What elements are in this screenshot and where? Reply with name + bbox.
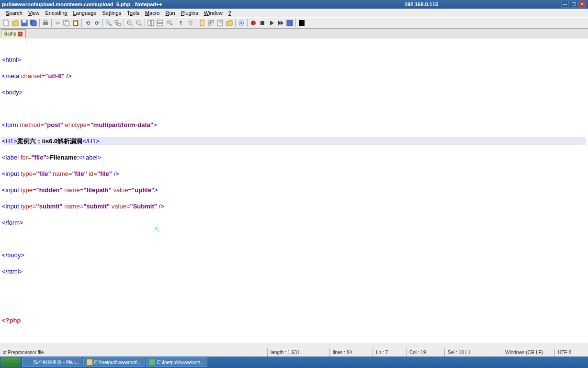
copy-icon[interactable] xyxy=(62,19,71,27)
code-line xyxy=(2,104,586,113)
svg-line-14 xyxy=(131,24,133,26)
code-line xyxy=(2,235,586,243)
save-macro-icon[interactable] xyxy=(285,19,294,27)
menu-plugins[interactable]: Plugins xyxy=(178,10,201,16)
menubar: Search View Encoding Language Settings T… xyxy=(0,9,588,17)
svg-rect-8 xyxy=(65,21,69,26)
svg-rect-11 xyxy=(115,21,118,23)
menu-search[interactable]: Search xyxy=(3,10,25,16)
svg-rect-5 xyxy=(43,22,48,25)
code-line: <html> xyxy=(2,56,586,64)
code-line: </body> xyxy=(2,251,586,259)
tab-label: 6.php xyxy=(4,31,16,36)
zoom-in-icon[interactable]: + xyxy=(125,19,134,27)
svg-point-34 xyxy=(240,22,242,24)
record-macro-icon[interactable] xyxy=(249,19,258,27)
open-file-icon[interactable] xyxy=(11,19,20,27)
svg-rect-4 xyxy=(32,21,36,26)
svg-text:-: - xyxy=(137,21,138,24)
statusbar: xt Preprocessor file length : 1,631 line… xyxy=(0,348,588,356)
undo-icon[interactable]: ⟲ xyxy=(83,19,92,27)
doc-map-icon[interactable] xyxy=(198,19,206,27)
paste-icon[interactable] xyxy=(71,19,80,27)
taskbar-item[interactable]: C:\Inetpub\wwwroot\... xyxy=(146,357,208,367)
menu-run[interactable]: Run xyxy=(162,10,178,16)
zoom-out-icon[interactable]: - xyxy=(135,19,143,27)
code-editor[interactable]: <html> <meta charset="utf-8" /> <body> <… xyxy=(0,38,588,343)
code-line: <input type="file" name="file" id="file"… xyxy=(2,170,586,178)
menu-settings[interactable]: Settings xyxy=(99,10,124,16)
menu-help[interactable]: ? xyxy=(226,10,234,16)
maximize-button[interactable]: ❐ xyxy=(570,1,577,8)
code-line: </form> xyxy=(2,218,586,227)
code-line: </html> xyxy=(2,267,586,276)
find-icon[interactable]: 🔍 xyxy=(104,19,113,27)
show-all-chars-icon[interactable]: ¶ xyxy=(177,19,185,27)
save-all-icon[interactable] xyxy=(29,19,38,27)
start-button[interactable] xyxy=(1,357,20,367)
svg-rect-21 xyxy=(157,20,163,23)
code-line xyxy=(2,284,586,292)
status-length: length : 1,631 xyxy=(267,348,329,356)
status-filetype: xt Preprocessor file xyxy=(0,348,267,356)
status-eol: Windows (CR LF) xyxy=(502,348,554,356)
menu-tools[interactable]: Tools xyxy=(124,10,142,16)
play-macro-icon[interactable] xyxy=(267,19,276,27)
window-title: pub\wwwroot\upload.moonteam.com\upload_6… xyxy=(2,1,282,7)
code-line: <form method="post" enctype="multipart/f… xyxy=(2,121,586,129)
save-file-icon[interactable] xyxy=(20,19,29,27)
wrap-icon[interactable] xyxy=(165,19,173,27)
folder-panel-icon[interactable] xyxy=(225,19,234,27)
taskbar-item[interactable]: 找不到服务器 - Micr... xyxy=(22,357,82,367)
taskbar-item[interactable]: C:\Inetpub\wwwroot\... xyxy=(83,357,145,367)
sync-v-icon[interactable] xyxy=(147,19,155,27)
file-tab[interactable]: 6.php × xyxy=(1,29,26,38)
tabbar: 6.php × xyxy=(0,29,588,38)
monitoring-icon[interactable] xyxy=(237,19,246,27)
new-file-icon[interactable] xyxy=(2,19,11,27)
replace-icon[interactable] xyxy=(113,19,122,27)
close-button[interactable]: ✕ xyxy=(578,1,586,8)
ie-icon xyxy=(25,359,31,365)
tab-close-icon[interactable]: × xyxy=(18,32,23,36)
code-line-highlighted: <H1>案例六：iis6.0解析漏洞</H1> xyxy=(2,137,586,145)
doc-list-icon[interactable] xyxy=(207,19,215,27)
run-macro-multi-icon[interactable] xyxy=(276,19,285,27)
svg-rect-27 xyxy=(209,21,211,23)
svg-rect-6 xyxy=(44,20,47,22)
svg-rect-26 xyxy=(200,20,204,26)
svg-rect-38 xyxy=(299,20,305,26)
cut-icon[interactable]: ✂ xyxy=(53,19,62,27)
menu-encoding[interactable]: Encoding xyxy=(43,10,70,16)
menu-view[interactable]: View xyxy=(25,10,43,16)
svg-rect-2 xyxy=(23,20,26,23)
menu-macro[interactable]: Macro xyxy=(142,10,163,16)
code-line: <?php xyxy=(2,316,586,324)
svg-line-17 xyxy=(140,24,142,26)
minimize-button[interactable]: — xyxy=(561,1,569,8)
code-line xyxy=(2,333,586,341)
redo-icon[interactable]: ⟳ xyxy=(92,19,101,27)
svg-rect-20 xyxy=(151,20,154,26)
sync-h-icon[interactable] xyxy=(156,19,164,27)
menu-language[interactable]: Language xyxy=(70,10,99,16)
window-titlebar: pub\wwwroot\upload.moonteam.com\upload_6… xyxy=(0,0,588,9)
stop-macro-icon[interactable] xyxy=(258,19,267,27)
function-list-icon[interactable] xyxy=(216,19,225,27)
print-icon[interactable] xyxy=(41,19,50,27)
mouse-cursor-icon: ↖ xyxy=(154,225,160,233)
notepad-icon xyxy=(149,359,155,365)
indent-guide-icon[interactable] xyxy=(186,19,194,27)
svg-rect-37 xyxy=(287,20,293,26)
svg-rect-19 xyxy=(148,20,150,26)
svg-rect-12 xyxy=(118,23,121,25)
svg-rect-29 xyxy=(209,23,211,25)
svg-text:+: + xyxy=(128,21,130,24)
os-taskbar: 找不到服务器 - Micr... C:\Inetpub\wwwroot\... … xyxy=(0,356,588,368)
folder-icon xyxy=(87,359,92,365)
black-square-icon[interactable] xyxy=(297,19,306,27)
status-lines: lines : 84 xyxy=(329,348,373,356)
menu-window[interactable]: Window xyxy=(201,10,226,16)
svg-rect-0 xyxy=(4,20,8,26)
code-line: <input type="submit" name="submit" value… xyxy=(2,202,586,210)
